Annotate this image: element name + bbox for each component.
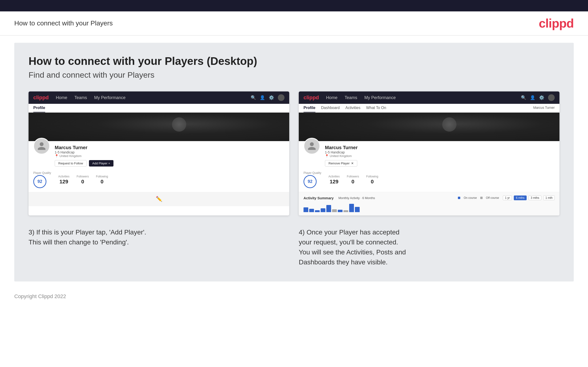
activities-group-2: Activities 129 xyxy=(329,175,340,185)
avatar-2[interactable] xyxy=(548,94,555,101)
tab-profile-2[interactable]: Profile xyxy=(303,106,315,112)
location-pin-icon-2: 📍 xyxy=(325,154,329,158)
main-subtitle: Find and connect with your Players xyxy=(28,70,560,80)
add-player-button[interactable]: Add Player + xyxy=(89,160,113,167)
bar-7 xyxy=(338,210,343,212)
player-name-1: Marcus Turner xyxy=(55,145,285,150)
filter-1yr[interactable]: 1 yr xyxy=(503,195,512,200)
user-icon-2[interactable]: 👤 xyxy=(530,95,535,100)
mock-nav-links-1: Home Teams My Performance xyxy=(56,95,126,100)
bar-6-off xyxy=(332,209,337,212)
activity-chart xyxy=(303,203,555,212)
spacer xyxy=(392,106,527,112)
followers-group-2: Followers 0 xyxy=(347,175,359,185)
mock-profile-2: Marcus Turner 1-5 Handicap 📍 United King… xyxy=(299,141,560,171)
followers-label-2: Followers xyxy=(347,175,359,178)
mock-logo-2: clippd xyxy=(303,94,319,101)
nav-myperformance-2[interactable]: My Performance xyxy=(364,95,396,100)
chart-legend: On course Off course xyxy=(458,196,499,200)
quality-circle-2: 92 xyxy=(303,175,317,188)
hero-circle-1 xyxy=(172,117,186,132)
remove-player-container: Remove Player ✕ xyxy=(325,160,555,167)
request-follow-button[interactable]: Request to Follow xyxy=(55,160,86,167)
followers-label-1: Followers xyxy=(77,175,89,178)
followers-value-1: 0 xyxy=(77,179,89,185)
description-2: 4) Once your Player has acceptedyour req… xyxy=(299,227,560,267)
remove-player-button[interactable]: Remove Player ✕ xyxy=(325,160,357,167)
screenshots-row: clippd Home Teams My Performance 🔍 👤 ⚙️ … xyxy=(28,92,560,216)
following-label-1: Following xyxy=(96,175,108,178)
tab-dashboard-2[interactable]: Dashboard xyxy=(321,106,340,112)
bar-9 xyxy=(349,204,354,212)
nav-home-2[interactable]: Home xyxy=(326,95,337,100)
profile-details-1: Marcus Turner 1-5 Handicap 📍 United King… xyxy=(55,145,285,167)
hero-image-2 xyxy=(299,113,560,141)
activity-header-right: On course Off course 1 yr 6 mths 3 mths … xyxy=(458,195,555,200)
nav-home-1[interactable]: Home xyxy=(56,95,67,100)
top-bar xyxy=(0,0,588,11)
bar-4 xyxy=(321,208,325,212)
tab-activities-2[interactable]: Activities xyxy=(345,106,360,112)
following-group-2: Following 0 xyxy=(366,175,378,185)
following-value-2: 0 xyxy=(366,179,378,185)
main-title: How to connect with your Players (Deskto… xyxy=(28,55,560,67)
mock-nav-left-2: clippd Home Teams My Performance xyxy=(303,94,396,101)
mock-nav-1: clippd Home Teams My Performance 🔍 👤 ⚙️ xyxy=(28,92,289,104)
player-avatar-2 xyxy=(303,138,320,154)
following-label-2: Following xyxy=(366,175,378,178)
tab-whattoon-2[interactable]: What To On xyxy=(366,106,386,112)
following-value-1: 0 xyxy=(96,179,108,185)
activities-label-2: Activities xyxy=(329,175,340,178)
mock-profile-1: Marcus Turner 1-5 Handicap 📍 United King… xyxy=(28,141,289,171)
profile-buttons-1: Request to Follow Add Player + xyxy=(55,160,285,167)
avatar-icon-1 xyxy=(37,141,46,151)
player-avatar-1 xyxy=(33,138,50,154)
player-quality-group-1: Player Quality 92 xyxy=(33,171,51,188)
quality-circle-1: 92 xyxy=(33,175,46,188)
filter-6mths[interactable]: 6 mths xyxy=(514,195,527,200)
player-location-1: 📍 United Kingdom xyxy=(55,154,285,158)
mock-nav-right-2: 🔍 👤 ⚙️ xyxy=(521,94,555,101)
settings-icon-2[interactable]: ⚙️ xyxy=(539,95,544,100)
mock-stats-1: Player Quality 92 Activities 129 Followe… xyxy=(28,171,289,192)
activity-header-left: Activity Summary Monthly Activity · 6 Mo… xyxy=(303,196,375,200)
player-handicap-2: 1-5 Handicap xyxy=(325,150,555,154)
nav-teams-1[interactable]: Teams xyxy=(74,95,87,100)
user-icon-1[interactable]: 👤 xyxy=(260,95,265,100)
followers-value-2: 0 xyxy=(347,179,359,185)
player-dropdown[interactable]: Marcus Turner xyxy=(533,106,555,112)
avatar-1[interactable] xyxy=(278,94,285,101)
offcourse-legend-label: Off course xyxy=(486,196,499,200)
mock-nav-links-2: Home Teams My Performance xyxy=(326,95,396,100)
settings-icon-1[interactable]: ⚙️ xyxy=(269,95,274,100)
mock-nav-2: clippd Home Teams My Performance 🔍 👤 ⚙️ xyxy=(299,92,560,104)
descriptions-row: 3) If this is your Player tap, 'Add Play… xyxy=(28,227,560,267)
mock-subnav-1: Profile xyxy=(28,104,289,113)
copyright-text: Copyright Clippd 2022 xyxy=(14,293,66,299)
page-title: How to connect with your Players xyxy=(14,19,113,27)
player-name-2: Marcus Turner xyxy=(325,145,555,150)
followers-group-1: Followers 0 xyxy=(77,175,89,185)
filter-3mths[interactable]: 3 mths xyxy=(528,195,541,200)
search-icon-2[interactable]: 🔍 xyxy=(521,95,526,100)
nav-myperformance-1[interactable]: My Performance xyxy=(94,95,126,100)
activity-period: Monthly Activity · 6 Months xyxy=(338,196,375,200)
screenshot-1: clippd Home Teams My Performance 🔍 👤 ⚙️ … xyxy=(28,92,289,216)
mock-subnav-2: Profile Dashboard Activities What To On … xyxy=(299,104,560,113)
filter-1mth[interactable]: 1 mth xyxy=(543,195,555,200)
activities-value-1: 129 xyxy=(58,179,69,185)
main-content: How to connect with your Players (Deskto… xyxy=(14,43,574,282)
player-quality-group-2: Player Quality 92 xyxy=(303,171,321,188)
nav-teams-2[interactable]: Teams xyxy=(345,95,357,100)
search-icon-1[interactable]: 🔍 xyxy=(251,95,256,100)
mock-nav-left-1: clippd Home Teams My Performance xyxy=(33,94,126,101)
close-icon: ✕ xyxy=(351,161,354,165)
tab-profile-1[interactable]: Profile xyxy=(33,106,45,112)
mock-hero-1 xyxy=(28,113,289,141)
bar-8-off xyxy=(344,210,348,212)
header: How to connect with your Players clippd xyxy=(0,11,588,36)
player-location-2: 📍 United Kingdom xyxy=(325,154,555,158)
activity-filters: 1 yr 6 mths 3 mths 1 mth xyxy=(503,195,555,200)
hero-circle-2 xyxy=(442,117,457,132)
oncourse-legend-label: On course xyxy=(464,196,477,200)
